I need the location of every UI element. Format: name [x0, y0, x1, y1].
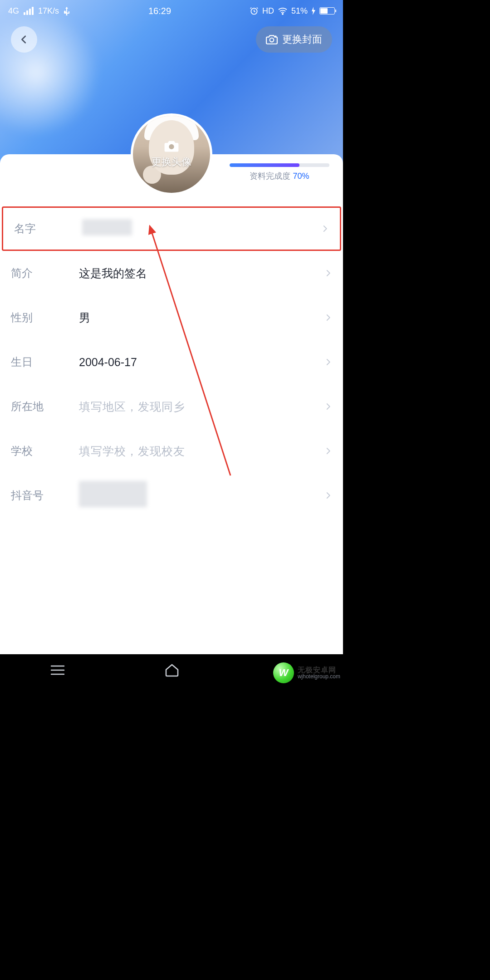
watermark-title: 无极安卓网	[298, 666, 340, 674]
usb-icon	[64, 6, 70, 15]
camera-icon	[266, 34, 278, 44]
row-region-label: 所在地	[11, 399, 79, 414]
chevron-right-icon	[324, 268, 332, 279]
row-gender[interactable]: 性别 男	[0, 295, 343, 340]
row-region-placeholder: 填写地区，发现同乡	[79, 399, 324, 414]
clock: 16:29	[148, 6, 171, 16]
row-birthday[interactable]: 生日 2004-06-17	[0, 340, 343, 384]
change-cover-button[interactable]: 更换封面	[256, 26, 332, 53]
watermark-logo	[273, 662, 294, 683]
row-birthday-value: 2004-06-17	[79, 356, 324, 369]
row-gender-value: 男	[79, 310, 324, 325]
chevron-left-icon	[19, 33, 29, 46]
status-bar: 4G 17K/s 16:29 HD 51%	[0, 0, 343, 22]
back-button[interactable]	[11, 26, 37, 53]
progress-value: 70%	[293, 172, 309, 181]
row-bio-label: 简介	[11, 266, 79, 280]
chevron-right-icon	[324, 312, 332, 323]
battery-icon	[319, 7, 335, 15]
profile-completion: 资料完成度 70%	[230, 163, 329, 181]
chevron-right-icon	[324, 490, 332, 501]
row-name-value	[82, 219, 321, 238]
chevron-right-icon	[324, 401, 332, 412]
avatar-button[interactable]: ❀ 更换头像	[131, 113, 212, 195]
row-bio[interactable]: 简介 这是我的签名	[0, 251, 343, 295]
progress-label-text: 资料完成度	[250, 172, 293, 181]
hd-indicator: HD	[262, 6, 274, 16]
recents-icon[interactable]	[49, 664, 66, 676]
svg-point-1	[282, 14, 283, 15]
network-speed: 17K/s	[38, 6, 59, 16]
camera-icon	[164, 140, 179, 152]
wifi-icon	[278, 7, 288, 15]
row-school-placeholder: 填写学校，发现校友	[79, 444, 324, 459]
charge-icon	[311, 7, 316, 15]
change-avatar-label: 更换头像	[152, 155, 191, 169]
row-name[interactable]: 名字	[2, 206, 341, 251]
network-type: 4G	[8, 6, 19, 16]
row-birthday-label: 生日	[11, 355, 79, 369]
chevron-right-icon	[324, 357, 332, 368]
watermark-sub: wjhotelgroup.com	[298, 674, 340, 680]
alarm-icon	[250, 6, 259, 15]
progress-fill	[230, 163, 299, 167]
content-sheet: ❀ 更换头像 资料完成度 70% 名字 简介 这是我的签名	[0, 154, 343, 654]
chevron-right-icon	[324, 446, 332, 456]
home-icon[interactable]	[164, 663, 180, 677]
svg-point-2	[270, 38, 274, 42]
row-douyin-id[interactable]: 抖音号	[0, 473, 343, 518]
row-gender-label: 性别	[11, 310, 79, 325]
row-school-label: 学校	[11, 444, 79, 458]
signal-icon	[24, 7, 34, 15]
row-school[interactable]: 学校 填写学校，发现校友	[0, 429, 343, 473]
row-name-label: 名字	[14, 221, 82, 236]
row-douyin-label: 抖音号	[11, 488, 79, 503]
watermark: 无极安卓网 wjhotelgroup.com	[273, 662, 340, 683]
battery-percent: 51%	[291, 6, 308, 16]
row-region[interactable]: 所在地 填写地区，发现同乡	[0, 384, 343, 429]
change-cover-label: 更换封面	[282, 33, 322, 46]
svg-point-3	[169, 144, 174, 149]
row-bio-value: 这是我的签名	[79, 266, 324, 281]
row-douyin-value	[79, 481, 324, 510]
chevron-right-icon	[321, 223, 329, 234]
